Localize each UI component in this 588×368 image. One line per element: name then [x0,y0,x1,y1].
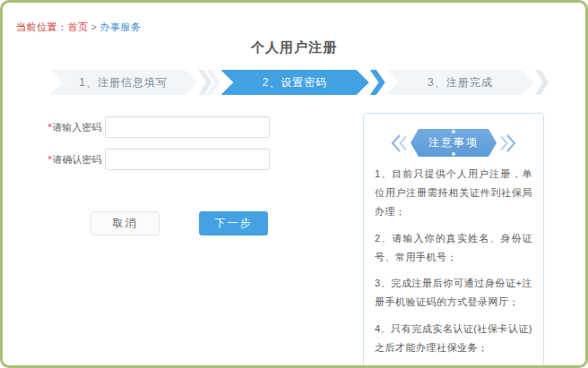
step-2-label: 2、设置密码 [263,75,328,90]
step-1-label: 1、注册信息填写 [79,75,168,90]
cancel-button[interactable]: 取消 [91,211,160,235]
notice-item-1: 1、目前只提供个人用户注册，单位用户注册需持相关证件到社保局办理； [375,165,532,221]
step-separator-2 [370,70,385,95]
next-step-button[interactable]: 下一步 [199,211,268,235]
double-chevron-left-icon [391,133,408,153]
required-asterisk: * [48,122,51,133]
step-1-register-info: 1、注册信息填写 [49,70,197,95]
step-3-complete: 3、注册完成 [386,70,534,95]
required-asterisk: * [48,154,51,165]
notice-title: 注意事项 [411,129,497,157]
notice-item-4: 4、只有完成实名认证(社保卡认证)之后才能办理社保业务； [375,320,532,357]
step-3-label: 3、注册完成 [428,75,493,90]
breadcrumb-link-services[interactable]: 办事服务 [99,21,141,32]
chevron-right-icon [535,70,549,95]
form-buttons: 取消 下一步 [91,211,334,235]
password-input[interactable] [105,116,270,138]
page-title: 个人用户注册 [3,39,585,56]
form-row-confirm-password: *请确认密码 [48,149,334,170]
password-form: *请输入密码 *请确认密码 取消 下一步 [48,113,334,368]
confirm-password-input[interactable] [105,149,270,170]
step-2-set-password-active: 2、设置密码 [220,70,368,95]
step-separator-1 [198,70,220,95]
notice-item-3: 3、完成注册后你可通过身份证+注册手机验证码的方式登录网厅； [375,274,532,312]
notice-banner: 注意事项 [375,129,532,157]
breadcrumb-separator: > [91,21,98,32]
page-container: 当前位置：首页>办事服务 个人用户注册 1、注册信息填写 2、设置密码 3、注册… [0,0,588,368]
chevron-right-icon [370,70,385,95]
form-row-password: *请输入密码 [48,116,334,138]
steps-bar: 1、注册信息填写 2、设置密码 3、注册完成 [49,70,549,95]
content-area: *请输入密码 *请确认密码 取消 下一步 注意事项 [48,113,544,368]
confirm-password-label: *请确认密码 [48,153,103,167]
breadcrumb-prefix: 当前位置： [16,21,68,32]
step-separator-3 [535,70,549,95]
breadcrumb-link-home[interactable]: 首页 [68,21,89,32]
notice-item-2: 2、请输入你的真实姓名、身份证号、常用手机号； [375,229,532,267]
notice-panel: 注意事项 1、目前只提供个人用户注册，单位用户注册需持相关证件到社保局办理； 2… [363,113,544,368]
breadcrumb: 当前位置：首页>办事服务 [16,21,585,34]
password-label: *请输入密码 [48,121,103,134]
double-chevron-right-icon [499,133,516,153]
